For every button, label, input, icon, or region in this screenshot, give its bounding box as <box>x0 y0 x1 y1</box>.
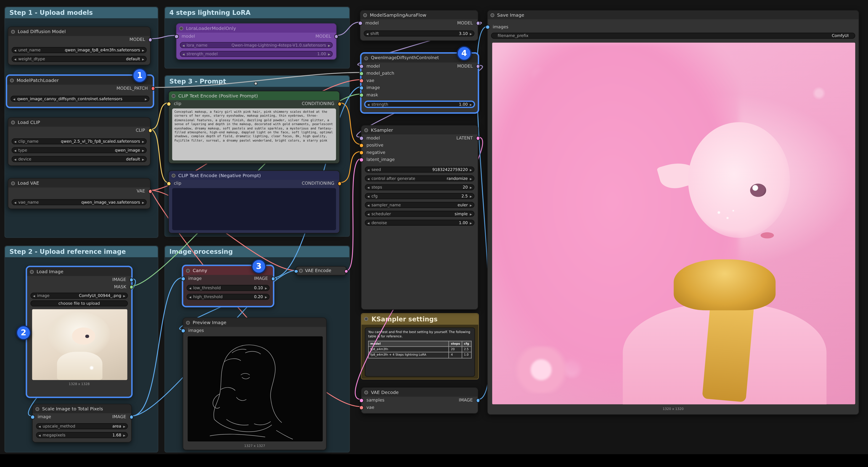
widget-label: unet_name <box>18 47 41 53</box>
clip-input-port[interactable] <box>166 181 170 186</box>
widget-control-after-generate[interactable]: control after generate randomize <box>365 175 474 181</box>
widget-strength-model[interactable]: strength_model 1.00 <box>180 51 333 57</box>
node-vae-decode[interactable]: VAE Decode samples vae IMAGE <box>361 387 478 413</box>
image-input-port[interactable] <box>359 86 364 90</box>
images-input-port[interactable] <box>181 329 185 333</box>
latent-output-port[interactable] <box>476 136 480 140</box>
widget-value: default <box>126 157 140 162</box>
node-status-dot <box>186 321 190 324</box>
widget-unet-name[interactable]: unet_name qwen_image_fp8_e4m3fn.safetens… <box>12 47 147 53</box>
node-title: Preview Image <box>192 320 226 325</box>
model-output-port[interactable] <box>334 34 338 38</box>
node-model-patch-loader[interactable]: ModelPatchLoader MODEL_PATCH qwen_image_… <box>7 75 153 107</box>
workflow-canvas[interactable]: Step 1 - Upload models 4 steps lightning… <box>0 0 868 467</box>
choose-file-button[interactable]: choose file to upload <box>30 300 128 306</box>
input-slot-label: vae <box>366 77 374 84</box>
widget-megapixels[interactable]: megapixels 1.68 <box>36 432 128 438</box>
widget-patch-name[interactable]: qwen_image_canny_diffsynth_controlnet.sa… <box>10 96 149 102</box>
pixels-input-port[interactable] <box>294 269 298 273</box>
elf-dress-shape <box>57 352 102 380</box>
widget-sampler-name[interactable]: sampler_name euler <box>365 202 474 208</box>
image-output-port[interactable] <box>129 415 133 419</box>
widget-lora-name[interactable]: lora_name Qwen-Image-Lightning-4steps-V1… <box>180 42 333 48</box>
clip-input-port[interactable] <box>166 102 170 106</box>
vae-input-port[interactable] <box>359 78 364 82</box>
node-load-clip[interactable]: Load CLIP CLIP clip_name qwen_2.5_vl_7b_… <box>8 117 151 166</box>
image-output-port[interactable] <box>476 398 480 402</box>
widget-high-threshold[interactable]: high_threshold 0.20 <box>187 294 270 300</box>
model-input-port[interactable] <box>174 34 178 38</box>
widget-scheduler[interactable]: scheduler simple <box>365 211 474 217</box>
output-slot-label: IMAGE <box>112 277 126 283</box>
latent-image-input-port[interactable] <box>359 158 364 162</box>
node-load-diffusion-model[interactable]: Load Diffusion Model MODEL unet_name qwe… <box>8 27 151 65</box>
node-qwen-image-diffsynth-controlnet[interactable]: QwenImageDiffsynthControlnet MODEL model… <box>361 53 478 113</box>
node-scale-image-total-pixels[interactable]: Scale Image to Total Pixels image IMAGE … <box>32 404 132 442</box>
widget-upscale-method[interactable]: upscale_method area <box>36 423 128 429</box>
images-input-port[interactable] <box>486 25 490 29</box>
model-output-port[interactable] <box>476 64 480 68</box>
widget-filename-prefix[interactable]: filename_prefix ComfyUI <box>491 33 856 39</box>
positive-prompt-textarea[interactable]: Conceptual makeup, a fairy girl with pin… <box>172 108 336 161</box>
widget-label: clip_name <box>18 139 38 144</box>
widget-value: 1.68 <box>113 433 121 438</box>
model-input-port[interactable] <box>358 21 362 25</box>
widget-steps[interactable]: steps 20 <box>365 184 474 190</box>
latent-output-port[interactable] <box>344 269 348 273</box>
group-title: KSampler settings <box>362 313 478 325</box>
widget-value: 1.00 <box>459 220 468 225</box>
negative-prompt-textarea[interactable] <box>172 188 336 230</box>
vae-output-port[interactable] <box>148 189 152 193</box>
node-load-vae[interactable]: Load VAE VAE vae_name qwen_image_vae.saf… <box>8 178 151 209</box>
model-patch-output-port[interactable] <box>151 86 155 90</box>
node-ksampler[interactable]: KSampler LATENT model positive negative … <box>361 125 478 310</box>
widget-label: device <box>18 157 31 162</box>
widget-cfg[interactable]: cfg 2.5 <box>365 193 474 199</box>
button-label: choose file to upload <box>59 301 100 306</box>
model-input-port[interactable] <box>359 64 364 68</box>
model-input-port[interactable] <box>359 136 364 140</box>
group-ksampler-settings[interactable]: KSampler settings You can test and find … <box>361 313 479 379</box>
widget-denoise[interactable]: denoise 1.00 <box>365 220 474 226</box>
widget-weight-dtype[interactable]: weight_dtype default <box>12 56 147 62</box>
mask-input-port[interactable] <box>359 93 364 97</box>
conditioning-output-port[interactable] <box>337 102 341 106</box>
input-slot-label: model <box>182 33 195 39</box>
widget-shift[interactable]: shift 3.10 <box>364 30 474 36</box>
widget-type[interactable]: type qwen_image <box>12 147 147 154</box>
widget-label: seed <box>371 167 381 172</box>
widget-device[interactable]: device default <box>12 156 147 162</box>
node-preview-image[interactable]: Preview Image images 1327 x 1327 <box>183 318 327 451</box>
model-output-port[interactable] <box>476 21 480 25</box>
widget-image-filename[interactable]: image ComfyUI_00944_.png <box>30 293 128 299</box>
conditioning-output-port[interactable] <box>337 181 341 186</box>
model-patch-input-port[interactable] <box>359 71 364 75</box>
image-input-port[interactable] <box>181 277 185 281</box>
node-lora-loader-model-only[interactable]: LoraLoaderModelOnly model MODEL lora_nam… <box>176 23 337 60</box>
node-clip-text-encode-positive[interactable]: CLIP Text Encode (Positive Prompt) clip … <box>168 91 340 164</box>
image-output-port[interactable] <box>271 277 275 281</box>
widget-value: 3.10 <box>459 31 468 36</box>
widget-clip-name[interactable]: clip_name qwen_2.5_vl_7b_fp8_scaled.safe… <box>12 138 147 144</box>
node-clip-text-encode-negative[interactable]: CLIP Text Encode (Negative Prompt) clip … <box>168 170 340 233</box>
node-model-sampling-auraflow[interactable]: ModelSamplingAuraFlow model MODEL shift … <box>360 10 478 41</box>
widget-seed[interactable]: seed 91832422759220 <box>365 166 474 172</box>
image-output-port[interactable] <box>129 278 133 282</box>
negative-input-port[interactable] <box>359 151 364 155</box>
widget-strength[interactable]: strength 1.00 <box>365 101 474 107</box>
widget-vae-name[interactable]: vae_name qwen_image_vae.safetensors <box>12 199 147 205</box>
canny-edges-sketch <box>188 336 323 441</box>
widget-low-threshold[interactable]: low_threshold 0.10 <box>187 285 270 291</box>
node-status-dot <box>11 120 15 124</box>
mask-output-port[interactable] <box>129 285 133 289</box>
vae-input-port[interactable] <box>359 405 364 409</box>
samples-input-port[interactable] <box>359 398 364 402</box>
image-input-port[interactable] <box>30 415 34 419</box>
step-badge-4: 4 <box>457 46 471 61</box>
node-save-image[interactable]: Save Image images filename_prefix ComfyU… <box>487 10 859 415</box>
node-load-image[interactable]: Load Image IMAGE MASK image ComfyUI_0094… <box>27 267 131 397</box>
model-output-port[interactable] <box>148 38 152 42</box>
clip-output-port[interactable] <box>148 128 152 132</box>
positive-input-port[interactable] <box>359 143 364 147</box>
node-vae-encode[interactable]: VAE Encode <box>296 266 346 275</box>
